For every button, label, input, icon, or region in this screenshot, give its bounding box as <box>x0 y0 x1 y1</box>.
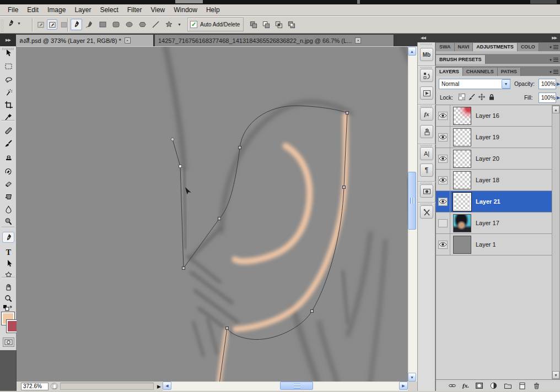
pen-shape-button[interactable] <box>71 19 82 30</box>
zoom-tool-button[interactable] <box>2 293 14 304</box>
menu-select[interactable]: Select <box>95 5 122 15</box>
shape-layers-mode-button[interactable] <box>35 19 46 30</box>
add-shape-area-button[interactable] <box>248 19 259 30</box>
lock-transparency-button[interactable] <box>458 93 466 101</box>
layers-scrollbar[interactable]: ▲ ▼ <box>552 105 560 379</box>
menu-file[interactable]: File <box>3 5 23 15</box>
layer-visibility-toggle[interactable] <box>438 219 448 227</box>
double-arrow-right-icon[interactable]: ▶▶ <box>552 36 557 40</box>
opacity-field[interactable]: 100% <box>539 79 556 89</box>
ellipse-shape-button[interactable] <box>123 19 135 30</box>
line-shape-button[interactable] <box>150 19 161 30</box>
toolbar-collapse-header[interactable]: ▶▶ <box>0 34 16 46</box>
character-panel-button[interactable]: A| <box>420 147 433 160</box>
layer-thumbnail[interactable] <box>453 150 471 168</box>
dock-grip[interactable] <box>421 182 433 184</box>
layer-row-layer-16[interactable]: Layer 16 <box>436 105 552 127</box>
lock-position-button[interactable] <box>478 93 486 101</box>
layer-visibility-toggle[interactable] <box>438 155 448 163</box>
document-info-icon[interactable] <box>51 383 58 390</box>
tab-adjustments[interactable]: ADJUSTMENTS <box>473 43 518 51</box>
dodge-tool-button[interactable] <box>2 216 14 227</box>
rounded-rectangle-shape-button[interactable] <box>110 19 122 30</box>
hand-tool-button[interactable] <box>2 281 14 292</box>
options-bar-grip[interactable] <box>1 18 4 31</box>
tab-brush-presets[interactable]: BRUSH PRESETS <box>436 55 486 64</box>
eraser-tool-button[interactable] <box>2 178 14 189</box>
layer-thumbnail[interactable] <box>453 236 471 254</box>
new-layer-button[interactable] <box>518 382 526 390</box>
blend-mode-select[interactable]: Normal ▼ <box>439 79 510 89</box>
layer-thumbnail[interactable] <box>453 193 471 211</box>
menu-edit[interactable]: Edit <box>23 5 43 15</box>
magic-wand-tool-button[interactable] <box>2 86 14 97</box>
tool-presets-panel-button[interactable] <box>420 125 433 138</box>
layer-row-layer-21[interactable]: Layer 21 <box>436 191 552 213</box>
layer-visibility-toggle[interactable] <box>438 112 448 120</box>
menu-filter[interactable]: Filter <box>123 5 147 15</box>
lasso-tool-button[interactable] <box>2 74 14 85</box>
layers-scroll-up-button[interactable]: ▲ <box>552 106 559 113</box>
status-menu-arrow[interactable]: ▶ <box>157 384 161 389</box>
default-colors-icon[interactable] <box>3 304 14 312</box>
layer-thumbnail[interactable] <box>453 107 471 125</box>
pen-tool-button[interactable] <box>2 232 14 243</box>
polygon-shape-button[interactable] <box>137 19 148 30</box>
layer-row-layer-19[interactable]: Layer 19 <box>436 127 552 148</box>
layer-thumbnail[interactable] <box>453 128 471 146</box>
tab-navi[interactable]: NAVI <box>455 43 473 51</box>
chevron-down-icon[interactable]: ▼ <box>177 23 181 26</box>
layer-visibility-toggle[interactable] <box>438 241 448 249</box>
fill-field[interactable]: 100% <box>539 92 556 103</box>
history-panel-button[interactable] <box>420 69 433 82</box>
scroll-up-button[interactable]: ▲ <box>408 47 416 56</box>
scroll-down-button[interactable]: ▼ <box>408 373 416 382</box>
add-layer-mask-button[interactable] <box>475 382 483 390</box>
dock-grip[interactable] <box>421 67 433 68</box>
tab-swa[interactable]: SWA <box>436 43 455 51</box>
menu-layer[interactable]: Layer <box>70 5 95 15</box>
spot-healing-brush-tool-button[interactable] <box>2 125 14 136</box>
double-arrow-left-icon[interactable]: ◀◀ <box>421 36 426 40</box>
paragraph-panel-button[interactable]: ¶ <box>420 164 433 177</box>
new-group-button[interactable] <box>504 382 512 390</box>
layer-visibility-toggle[interactable] <box>438 198 448 206</box>
scroll-right-button[interactable]: ▶ <box>399 382 408 390</box>
path-selection-tool-button[interactable] <box>2 258 14 269</box>
paths-mode-button[interactable] <box>47 19 57 30</box>
tab-paths[interactable]: PATHS <box>498 68 521 76</box>
tab-layers[interactable]: LAYERS <box>436 68 463 76</box>
tab-channels[interactable]: CHANNELS <box>463 68 498 76</box>
fill-spinner-arrow[interactable]: ▶ <box>557 95 560 100</box>
layers-scroll-down-button[interactable]: ▼ <box>552 371 559 379</box>
delete-layer-button[interactable] <box>532 382 541 390</box>
freeform-pen-shape-button[interactable] <box>84 19 95 30</box>
tool-preset-picker[interactable]: ▼ <box>7 19 21 28</box>
close-icon[interactable]: × <box>125 37 131 43</box>
document-canvas[interactable] <box>17 47 408 382</box>
menu-window[interactable]: Window <box>169 5 202 15</box>
vertical-scroll-thumb[interactable] <box>408 172 416 230</box>
layer-style-fx-button[interactable]: fx. <box>462 382 469 389</box>
dock-grip[interactable] <box>421 203 433 205</box>
blur-tool-button[interactable] <box>2 204 14 215</box>
dock-grip[interactable] <box>421 145 433 146</box>
canvas-vertical-scrollbar[interactable]: ▲ ▼ <box>408 47 417 382</box>
horizontal-scroll-thumb[interactable] <box>280 382 313 390</box>
quick-mask-mode-button[interactable] <box>3 337 14 347</box>
menu-help[interactable]: Help <box>202 5 224 15</box>
layer-thumbnail[interactable] <box>453 171 471 189</box>
mini-bridge-panel-button[interactable]: Mb <box>420 48 433 61</box>
clone-stamp-tool-button[interactable] <box>2 151 14 162</box>
layer-visibility-toggle[interactable] <box>438 176 448 184</box>
exclude-shape-areas-button[interactable] <box>286 19 297 30</box>
link-layers-button[interactable] <box>448 382 456 390</box>
intersect-shape-areas-button[interactable] <box>273 19 284 30</box>
rectangular-marquee-tool-button[interactable] <box>2 61 14 72</box>
document-tab-2[interactable]: 14257_716756168377468_141318436552683682… <box>155 35 394 46</box>
actions-panel-button[interactable] <box>420 86 433 100</box>
document-tab-1[interactable]: ลงสี.psd @ 373% (Layer 21, RGB/8) * × <box>16 35 154 46</box>
move-tool-button[interactable] <box>2 47 14 58</box>
menu-image[interactable]: Image <box>43 5 70 15</box>
layer-row-layer-20[interactable]: Layer 20 <box>436 148 552 170</box>
